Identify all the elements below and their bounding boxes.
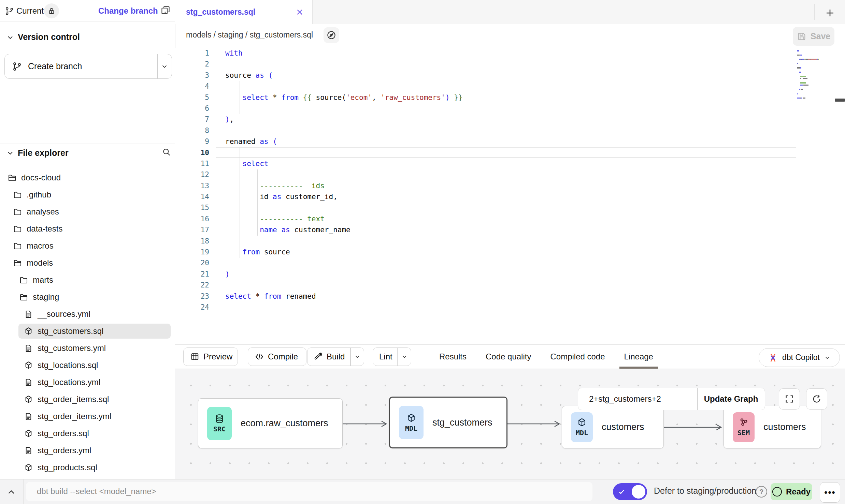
divider	[814, 4, 815, 20]
save-button[interactable]: Save	[793, 27, 834, 46]
tree-item-stg-orders-yml[interactable]: stg_orders.yml	[0, 442, 175, 459]
branch-readonly-badge	[44, 3, 59, 18]
close-icon[interactable]: ✕	[296, 8, 303, 17]
tree-item-data-tests[interactable]: data-tests	[0, 220, 175, 237]
source-badge: SRC	[207, 407, 232, 440]
lint-button[interactable]: Lint	[373, 347, 411, 366]
refresh-button[interactable]	[806, 388, 827, 410]
preview-button[interactable]: Preview	[183, 347, 238, 366]
doc-icon	[24, 446, 33, 455]
build-label: Build	[327, 352, 345, 361]
doc-icon	[24, 378, 33, 387]
create-branch-button[interactable]: Create branch	[4, 54, 172, 79]
file-label: macros	[27, 241, 54, 251]
tree-item-analyses[interactable]: analyses	[0, 203, 175, 220]
copilot-compass-icon[interactable]	[324, 27, 339, 43]
model-icon	[24, 395, 33, 404]
doc-icon	[24, 310, 33, 319]
minimap[interactable]	[797, 50, 829, 101]
tree-item-stg-customers-yml[interactable]: stg_customers.yml	[0, 340, 175, 357]
model-icon	[24, 327, 33, 336]
file-label: stg_customers.yml	[38, 343, 106, 353]
tree-item-stg-locations-yml[interactable]: stg_locations.yml	[0, 374, 175, 391]
tree-item-stg-order-items-sql[interactable]: stg_order_items.sql	[0, 391, 175, 408]
panel-tab-lineage[interactable]: Lineage	[624, 345, 653, 369]
new-tab-button[interactable]	[824, 7, 836, 19]
dbt-copilot-button[interactable]: dbt Copilot	[759, 348, 840, 367]
wrench-icon	[314, 352, 323, 361]
folder-icon	[13, 190, 22, 199]
file-label: docs-cloud	[21, 173, 61, 182]
tree-item-docs-cloud[interactable]: docs-cloud	[0, 169, 175, 186]
branch-header: Current Change branch	[0, 0, 175, 22]
tree-item--github[interactable]: .github	[0, 186, 175, 203]
build-button[interactable]: Build	[307, 347, 364, 366]
file-label: stg_order_items.yml	[38, 412, 111, 421]
panel-tab-results[interactable]: Results	[439, 345, 467, 369]
tree-item-stg-customers-sql[interactable]: stg_customers.sql	[0, 323, 175, 340]
node-label: ecom.raw_customers	[241, 418, 328, 429]
tree-item-stg-orders-sql[interactable]: stg_orders.sql	[0, 425, 175, 442]
defer-toggle[interactable]	[613, 483, 647, 500]
lineage-node-customers[interactable]: MDLcustomers	[562, 406, 664, 448]
folder-open-icon	[19, 293, 28, 302]
folder-open-icon	[8, 173, 17, 182]
tab-stg-customers-sql[interactable]: stg_customers.sql ✕	[175, 0, 313, 24]
panel-tab-compiled-code[interactable]: Compiled code	[550, 345, 605, 369]
folder-icon	[13, 207, 22, 217]
tree-item-models[interactable]: models	[0, 254, 175, 271]
scrollbar-thumb[interactable]	[835, 99, 845, 102]
change-branch-link[interactable]: Change branch	[98, 6, 158, 16]
lint-menu-button[interactable]	[398, 353, 411, 360]
version-control-chevron-icon[interactable]	[6, 33, 14, 42]
table-icon	[190, 352, 199, 361]
code-editor[interactable]: 123456789101112131415161718192021222324 …	[175, 48, 845, 344]
file-label: analyses	[27, 207, 59, 217]
tree-item-staging[interactable]: staging	[0, 288, 175, 306]
tab-title: stg_customers.sql	[186, 8, 255, 17]
ready-label: Ready	[786, 487, 811, 496]
editor-toolbar: Preview Compile Build Lint	[175, 344, 845, 369]
divider	[23, 479, 24, 504]
tree-item--sources-yml[interactable]: __sources.yml	[0, 306, 175, 323]
lineage-node-customers[interactable]: SEMcustomers	[724, 406, 821, 448]
create-branch-menu-button[interactable]	[157, 54, 172, 78]
panel-tabs: ResultsCode qualityCompiled codeLineage	[439, 345, 653, 369]
tree-item-stg-products-sql[interactable]: stg_products.sql	[0, 459, 175, 476]
file-label: stg_customers.sql	[38, 326, 103, 336]
lineage-node-ecom-raw-customers[interactable]: SRCecom.raw_customers	[198, 398, 343, 448]
file-tree: docs-cloud.githubanalysesdata-testsmacro…	[0, 169, 175, 476]
command-input[interactable]	[36, 486, 580, 496]
tree-item-stg-order-items-yml[interactable]: stg_order_items.yml	[0, 408, 175, 425]
chevron-down-icon	[824, 354, 831, 361]
lineage-selector-bar: Update Graph	[578, 388, 765, 410]
command-input-field[interactable]	[26, 482, 592, 501]
tree-item-macros[interactable]: macros	[0, 237, 175, 254]
collapse-chevron-up-icon[interactable]	[6, 487, 16, 497]
lineage-canvas[interactable]: SRCecom.raw_customersMDLstg_customersMDL…	[175, 369, 845, 479]
more-options-button[interactable]: •••	[820, 482, 840, 503]
panel-tab-code-quality[interactable]: Code quality	[486, 345, 531, 369]
tree-item-marts[interactable]: marts	[0, 271, 175, 288]
compile-button[interactable]: Compile	[248, 347, 306, 366]
node-label: stg_customers	[432, 417, 492, 428]
help-icon[interactable]: ?	[756, 486, 767, 498]
copy-icon[interactable]	[160, 5, 171, 15]
build-menu-button[interactable]	[351, 353, 364, 360]
model-badge: MDL	[571, 412, 593, 442]
file-label: stg_orders.yml	[38, 446, 91, 455]
fullscreen-button[interactable]	[779, 388, 800, 410]
node-label: customers	[763, 422, 806, 432]
search-icon[interactable]	[162, 147, 171, 157]
status-circle-icon	[772, 487, 782, 496]
update-graph-button[interactable]: Update Graph	[697, 388, 765, 410]
sidebar: Current Change branch Version control	[0, 0, 175, 479]
lineage-node-stg-customers[interactable]: MDLstg_customers	[389, 397, 507, 448]
status-ready-badge[interactable]: Ready	[771, 483, 812, 500]
version-control-title: Version control	[18, 32, 80, 42]
command-bar: Defer to staging/production ? Ready •••	[0, 479, 845, 504]
tree-item-stg-locations-sql[interactable]: stg_locations.sql	[0, 357, 175, 374]
lineage-selector-input[interactable]	[588, 394, 685, 404]
file-explorer-chevron-icon[interactable]	[6, 149, 14, 157]
model-icon	[24, 463, 33, 472]
